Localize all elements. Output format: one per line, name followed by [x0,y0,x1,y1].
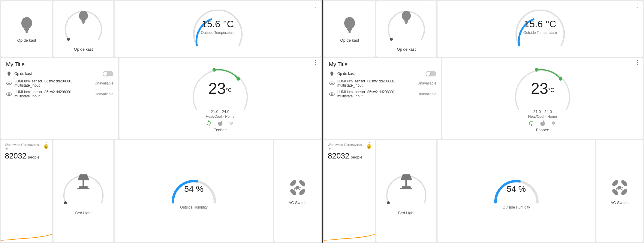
temp-arc-container-right: 15.6 °C Outside Temperature [513,10,567,49]
three-dots-right-temp[interactable]: ⋮ [635,3,640,8]
three-dots-left-corona[interactable]: ⋮ [44,142,50,147]
corona-unit-left: people [28,155,40,159]
svg-rect-7 [82,22,85,22]
corona-card-right: ⋮ Worldwide Coronavirus re... 🙂 82032 pe… [324,140,375,242]
bulb-icon-right-1 [341,15,359,36]
temp-value-right: 15.6 °C [524,19,556,29]
lamp-icon-left [74,171,92,192]
sensor-row-lumi-2-left: LUMI lumi.sensor_86sw2 dd208301 multista… [6,90,113,98]
svg-rect-51 [405,180,407,186]
humidity-label-left: Outside Humidity [180,205,207,209]
corona-count-display-left: 82032 people [5,151,40,161]
ecobee-refresh-icon-left [206,120,212,126]
svg-rect-2 [25,30,29,31]
temp-value-left: 15.6 °C [202,19,234,29]
svg-text:❄: ❄ [551,120,555,126]
ecobee-temp-value-right: 23 [531,80,548,97]
svg-rect-31 [347,28,352,30]
svg-point-46 [535,68,538,72]
op-de-kast-label-right-1: Op de kast [340,38,359,43]
corona-chart-left [1,227,52,242]
three-dots-right-ecobee[interactable]: ⋮ [635,60,640,65]
ecobee-label-left: Ecobee [213,128,227,132]
dial-container-right [385,6,427,45]
ac-fan-icon-left: A/C [287,177,308,198]
bulb-sensor-icon-left [6,71,12,77]
humidity-value-display-left: 54 % [184,184,203,194]
temp-label-left: Outside Temperature [201,31,235,35]
my-title-card-left: My Title Op de kast LUMI lumi.sensor_86s… [1,58,118,139]
bed-light-label-right: Bed Light [398,211,415,215]
my-title-card-right: My Title Op de kast LUMI lumi.sensor_86s… [324,58,441,139]
corona-chart-right [324,227,375,242]
top-row-left: Op de kast ⋮ [1,1,321,57]
svg-point-17 [236,77,240,81]
svg-point-30 [344,17,355,29]
dial-container-left [62,6,104,45]
svg-marker-20 [77,174,89,180]
svg-rect-10 [8,75,10,76]
ac-card-left: A/C AC Switch [274,140,321,242]
sensor-name-lumi-2-left: LUMI lumi.sensor_86sw2 dd208301 multista… [14,90,92,98]
three-dots-left-temp[interactable]: ⋮ [313,3,318,8]
svg-point-39 [330,72,333,75]
three-dots-left-dial[interactable]: ⋮ [105,3,111,8]
lamp-icon-right [397,171,415,192]
middle-row-right: My Title Op de kast LUMI lumi.sensor_86s… [324,58,643,139]
svg-point-13 [8,83,10,84]
ecobee-snowflake-icon-right: ❄ [551,120,557,126]
lamp-icon-container-left [74,171,92,194]
ecobee-snowflake-icon-left: ❄ [228,120,235,126]
middle-row-left: My Title Op de kast LUMI lumi.sensor_86s… [1,58,321,139]
ecobee-card-left: ⋮ 23°C 21.0 - 24.0 Heat/ [119,58,321,139]
toggle-op-de-kast-left[interactable] [103,71,113,76]
corona-title-right: Worldwide Coronavirus re... 🙂 [328,143,372,150]
svg-text:A/C: A/C [294,186,301,191]
sensor-name-lumi-1-left: LUMI lumi.sensor_86sw2 dd208301 multista… [14,79,92,87]
svg-point-4 [67,38,70,41]
svg-point-34 [390,38,393,41]
temperature-card-left: ⋮ 15.6 °C Outside Temperature [115,1,321,57]
humidity-arc-right: 54 % [492,172,540,205]
three-dots-left-ecobee[interactable]: ⋮ [313,60,318,65]
temp-values-left: 15.6 °C Outside Temperature [201,19,235,35]
ac-label-right: AC Switch [611,200,629,205]
ecobee-temp-value-left: 23 [208,80,226,97]
corona-unit-right: people [351,155,363,159]
op-de-kast-dial-card-left: ⋮ Op de kast [53,1,113,57]
three-dots-right-corona[interactable]: ⋮ [367,142,373,147]
temp-values-right: 15.6 °C Outside Temperature [523,19,557,35]
sensor-status-lumi-2-right: Unavailable [417,92,436,96]
svg-rect-21 [83,180,84,186]
svg-point-9 [8,72,11,75]
ecobee-label-right: Ecobee [536,128,549,132]
svg-text:❄: ❄ [229,120,233,126]
svg-point-16 [212,68,216,72]
svg-rect-53 [400,188,412,189]
svg-rect-23 [77,188,89,189]
temp-label-right: Outside Temperature [523,31,557,35]
eye-sensor-icon-left-1 [6,80,12,86]
my-title-heading-right: My Title [329,61,348,68]
ecobee-temp-unit-right: °C [548,87,554,93]
svg-rect-52 [402,186,411,188]
op-de-kast-label-left-1: Op de kast [17,38,36,43]
sensor-status-lumi-2-left: Unavailable [95,92,113,96]
humidity-value-left: 54 % [184,184,203,194]
svg-point-47 [559,77,562,81]
three-dots-right-dial[interactable]: ⋮ [428,3,434,8]
ecobee-action-icons-right: ❄ [528,120,557,126]
sensor-row-lumi-2-right: LUMI lumi.sensor_86sw2 dd208301 multista… [329,90,436,98]
svg-rect-1 [24,28,29,30]
toggle-op-de-kast-right[interactable] [426,71,436,76]
svg-rect-22 [79,186,88,188]
ecobee-card-right: ⋮ 23°C 21.0 - 24.0 Heat/Cool - Home [442,58,643,139]
sensor-row-op-de-kast-right: Op de kast [329,71,436,77]
corona-count-display-right: 82032 people [328,151,363,161]
ecobee-action-icons-left: ❄ [206,120,235,126]
svg-rect-37 [405,22,408,22]
op-de-kast-simple-card-right: Op de kast [324,1,375,57]
svg-rect-6 [81,20,85,22]
eye-sensor-icon-right-2 [329,91,335,97]
sensor-name-lumi-2-right: LUMI lumi.sensor_86sw2 dd208301 multista… [337,90,415,98]
